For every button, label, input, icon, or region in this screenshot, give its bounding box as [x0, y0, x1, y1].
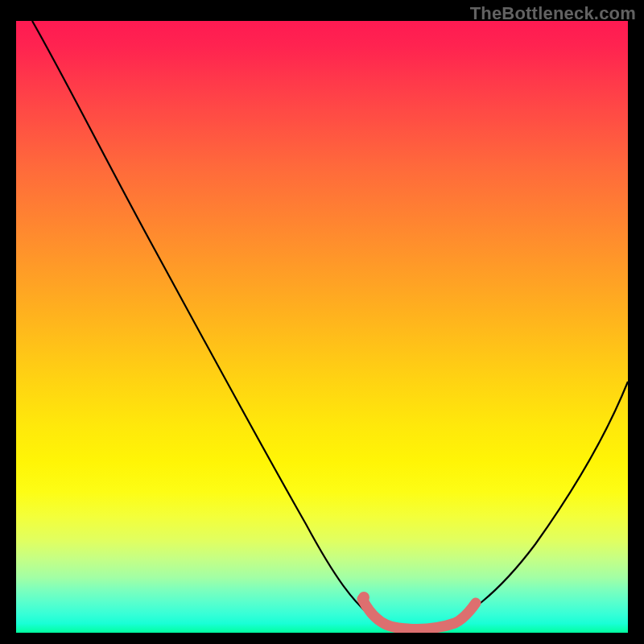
chart-frame: TheBottleneck.com	[0, 0, 644, 644]
pink-dot-icon	[358, 592, 369, 603]
plot-area	[16, 21, 628, 633]
pink-bottom-highlight	[362, 599, 476, 629]
curve-layer	[16, 21, 628, 633]
black-v-curve	[32, 21, 628, 630]
